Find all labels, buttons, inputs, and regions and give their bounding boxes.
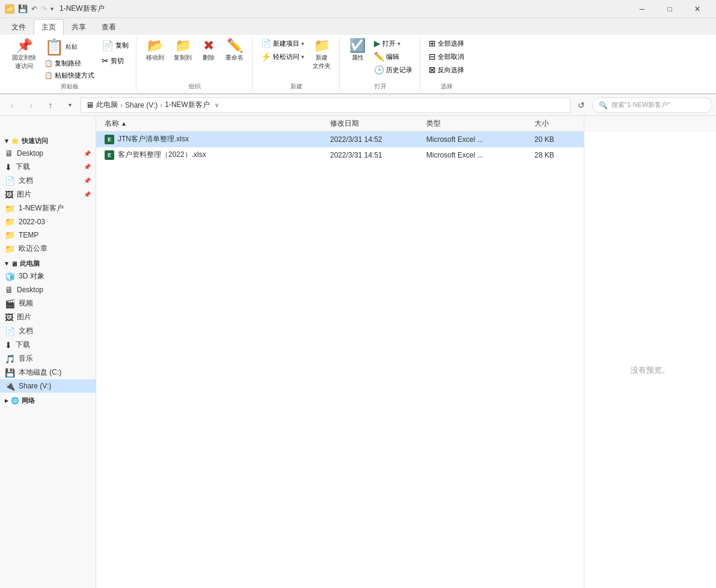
open-button[interactable]: ▶ 打开 ▾ — [372, 37, 415, 49]
path-folder[interactable]: 1-NEW新客户 — [165, 100, 210, 110]
sidebar-item-share-v[interactable]: 🔌 Share (V:) — [0, 379, 96, 393]
sidebar-item-3d[interactable]: 🧊 3D 对象 — [0, 269, 96, 283]
col-type-label: 类型 — [426, 118, 441, 129]
qat-save-icon[interactable]: 💾 — [18, 4, 28, 13]
delete-button[interactable]: ✖ 删除 — [198, 37, 219, 64]
cut-icon: ✂ — [102, 56, 109, 66]
open-small-buttons: ▶ 打开 ▾ ✏️ 编辑 🕒 历史记录 — [372, 37, 415, 76]
forward-button[interactable]: › — [23, 97, 40, 114]
select-label: 选择 — [441, 81, 453, 91]
table-row[interactable]: E 客户资料整理（2022）.xlsx 2022/3/31 14:51 Micr… — [96, 147, 584, 163]
col-size-label: 大小 — [534, 118, 549, 129]
sidebar-item-desktop[interactable]: 🖥 Desktop 📌 — [0, 147, 96, 160]
sidebar-item-downloads[interactable]: ⬇ 下载 📌 — [0, 160, 96, 174]
copy-path-button[interactable]: 📋 复制路径 — [42, 58, 97, 69]
col-name-sort-icon: ▲ — [121, 120, 127, 127]
share-v-icon: 🔌 — [5, 381, 15, 391]
file-date-1: 2022/3/31 14:52 — [330, 135, 382, 144]
edit-button[interactable]: ✏️ 编辑 — [372, 51, 415, 63]
paste-shortcut-label: 粘贴快捷方式 — [55, 71, 94, 80]
paste-shortcut-button[interactable]: 📋 粘贴快捷方式 — [42, 70, 97, 81]
pc-docs-icon: 📄 — [5, 326, 15, 336]
sidebar-item-music[interactable]: 🎵 音乐 — [0, 352, 96, 366]
sidebar-item-docs[interactable]: 📄 文档 📌 — [0, 174, 96, 188]
rename-button[interactable]: ✏️ 重命名 — [222, 37, 247, 64]
recent-locations-button[interactable]: ▾ — [61, 97, 78, 114]
sidebar-item-pc-desktop[interactable]: 🖥 Desktop — [0, 283, 96, 296]
path-share[interactable]: Share (V:) — [125, 101, 158, 109]
pics-pin-icon: 📌 — [84, 191, 91, 198]
sidebar-item-seal[interactable]: 📁 欧迈公章 — [0, 242, 96, 256]
close-button[interactable]: ✕ — [684, 0, 711, 18]
path-pc[interactable]: 此电脑 — [96, 100, 118, 110]
new-item-button[interactable]: 📄 新建项目 ▾ — [259, 37, 307, 49]
copy-to-label: 复制到 — [174, 54, 192, 62]
sidebar-item-seal-label: 欧迈公章 — [19, 243, 47, 254]
file-name-cell: E JTN客户清单整理.xlsx — [101, 132, 326, 147]
sidebar-network-header[interactable]: ▸ 🌐 网络 — [0, 394, 96, 406]
sidebar-item-pc-docs[interactable]: 📄 文档 — [0, 324, 96, 338]
sidebar-item-pc-desktop-label: Desktop — [17, 286, 43, 294]
new-folder-button[interactable]: 📁 新建文件夹 — [309, 37, 334, 72]
search-box[interactable]: 🔍 搜索"1-NEW新客户" — [592, 97, 712, 113]
select-none-button[interactable]: ⊟ 全部取消 — [426, 51, 467, 63]
col-type[interactable]: 类型 — [423, 116, 531, 131]
table-row[interactable]: E JTN客户清单整理.xlsx 2022/3/31 14:52 Microso… — [96, 132, 584, 147]
tab-view[interactable]: 查看 — [94, 19, 124, 35]
preview-pane: 没有预览。 — [584, 132, 716, 588]
sidebar-this-pc-header[interactable]: ▾ 🖥 此电脑 — [0, 257, 96, 269]
qat-menu-icon[interactable]: ▾ — [50, 5, 54, 12]
file-type-cell-1: Microsoft Excel ... — [423, 132, 531, 147]
sidebar-item-videos-label: 视频 — [19, 298, 33, 308]
invert-selection-button[interactable]: ⊠ 反向选择 — [426, 64, 467, 76]
sidebar-quick-access-header[interactable]: ▾ ⭐ 快速访问 — [0, 134, 96, 147]
main-area: ▾ ⭐ 快速访问 🖥 Desktop 📌 ⬇ 下载 📌 📄 文档 — [0, 132, 716, 588]
paste-button[interactable]: 📋 粘贴 — [42, 37, 97, 57]
sidebar-item-temp[interactable]: 📁 TEMP — [0, 228, 96, 242]
file-name-1: JTN客户清单整理.xlsx — [118, 134, 189, 144]
tab-file[interactable]: 文件 — [4, 19, 34, 35]
sidebar-item-pc-pics[interactable]: 🖼 图片 — [0, 310, 96, 324]
path-dropdown-arrow[interactable]: ∨ — [215, 102, 219, 108]
history-button[interactable]: 🕒 历史记录 — [372, 64, 415, 76]
select-small-buttons: ⊞ 全部选择 ⊟ 全部取消 ⊠ 反向选择 — [426, 37, 467, 76]
sidebar-item-pc-downloads[interactable]: ⬇ 下载 — [0, 338, 96, 352]
history-label: 历史记录 — [386, 66, 412, 75]
col-size[interactable]: 大小 — [531, 116, 579, 131]
copy-button[interactable]: 📄 复制 — [99, 37, 131, 54]
minimize-button[interactable]: ─ — [628, 0, 656, 18]
pin-icon: 📌 — [16, 39, 32, 52]
move-to-button[interactable]: 📂 移动到 — [142, 37, 168, 64]
copy-to-button[interactable]: 📁 复制到 — [170, 37, 195, 64]
clipboard-small-buttons: 📋 复制路径 📋 粘贴快捷方式 — [42, 58, 97, 81]
sidebar-item-2022-03[interactable]: 📁 2022-03 — [0, 215, 96, 228]
edit-icon: ✏️ — [374, 52, 384, 61]
ribbon-group-clipboard: 📌 固定到快速访问 📋 粘贴 📋 复制路径 — [4, 37, 136, 91]
up-button[interactable]: ↑ — [42, 97, 59, 114]
sidebar-item-1new[interactable]: 📁 1-NEW新客户 — [0, 201, 96, 215]
back-button[interactable]: ‹ — [4, 97, 20, 114]
qat-redo-icon[interactable]: ↷ — [41, 5, 47, 13]
path-sep2: › — [160, 101, 162, 109]
select-buttons: ⊞ 全部选择 ⊟ 全部取消 ⊠ 反向选择 — [426, 37, 467, 81]
excel-icon-1: E — [105, 135, 114, 144]
tab-home[interactable]: 主页 — [34, 19, 64, 35]
col-name[interactable]: 名称 ▲ — [101, 116, 326, 131]
sidebar-item-pics[interactable]: 🖼 图片 📌 — [0, 188, 96, 201]
sidebar-item-videos[interactable]: 🎬 视频 — [0, 296, 96, 310]
easy-access-button[interactable]: ⚡ 轻松访问 ▾ — [259, 51, 307, 63]
cut-button[interactable]: ✂ 剪切 — [99, 55, 131, 67]
sidebar-item-pc-docs-label: 文档 — [19, 326, 33, 336]
tab-share[interactable]: 共享 — [64, 19, 94, 35]
maximize-button[interactable]: □ — [656, 0, 684, 18]
copy-path-icon: 📋 — [44, 60, 53, 67]
col-date[interactable]: 修改日期 — [326, 116, 423, 131]
pin-to-quickaccess-button[interactable]: 📌 固定到快速访问 — [8, 37, 40, 72]
select-all-button[interactable]: ⊞ 全部选择 — [426, 37, 467, 49]
new-folder-label: 新建文件夹 — [313, 54, 331, 70]
address-path[interactable]: 🖥 此电脑 › Share (V:) › 1-NEW新客户 ∨ — [81, 97, 571, 113]
sidebar-item-local-disk[interactable]: 💾 本地磁盘 (C:) — [0, 366, 96, 379]
qat-undo-icon[interactable]: ↶ — [31, 5, 37, 13]
refresh-button[interactable]: ↺ — [573, 97, 590, 114]
properties-button[interactable]: ☑️ 属性 — [346, 37, 369, 64]
